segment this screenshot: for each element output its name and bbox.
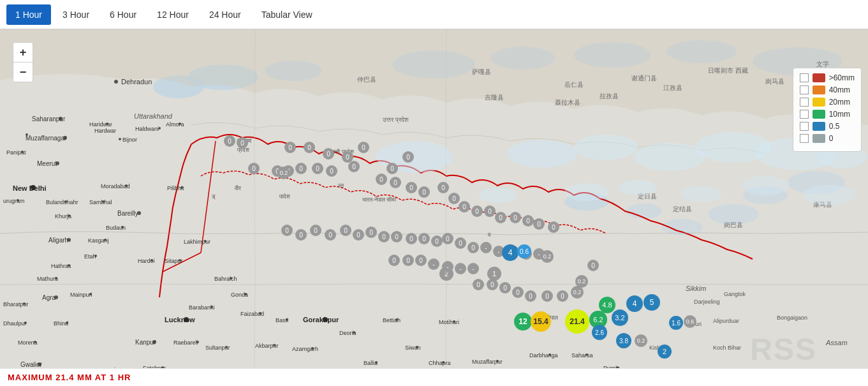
legend-checkbox-gt60[interactable] (800, 73, 809, 82)
rain-marker[interactable]: 0 (304, 142, 315, 153)
legend-checkbox-10mm[interactable] (800, 110, 809, 119)
rain-marker[interactable]: 0.6 (517, 244, 531, 258)
rain-marker[interactable]: 0 (365, 226, 377, 238)
legend-checkbox-40mm[interactable] (800, 85, 809, 94)
legend-checkbox-20mm[interactable] (800, 98, 809, 107)
tab-tabular[interactable]: Tabular View (253, 4, 321, 25)
rain-marker[interactable]: 0 (495, 212, 506, 223)
rain-marker[interactable]: 1.6 (669, 316, 683, 330)
tab-3hr[interactable]: 3 Hour (54, 4, 98, 25)
rain-marker[interactable]: 0 (391, 231, 402, 242)
rain-marker[interactable]: 0 (467, 242, 479, 253)
rain-marker[interactable]: 0.2 (277, 167, 290, 179)
rain-marker[interactable]: 0 (484, 205, 496, 217)
rain-marker[interactable]: 0 (541, 290, 553, 302)
rain-marker[interactable]: 0 (348, 161, 360, 172)
rain-marker[interactable]: 0.2 (575, 275, 588, 288)
rain-marker[interactable]: 0 (587, 260, 599, 271)
rain-marker[interactable]: - (428, 258, 439, 270)
rain-marker[interactable]: 0 (402, 151, 414, 163)
rain-marker[interactable]: 0 (510, 212, 521, 223)
rain-marker[interactable]: 0 (390, 177, 401, 188)
rain-marker[interactable]: 15.4 (531, 311, 551, 332)
rain-marker[interactable]: 0 (533, 218, 545, 230)
rain-marker[interactable]: 2.6 (592, 325, 607, 340)
rain-marker[interactable]: 2 (658, 345, 672, 359)
rain-marker-max[interactable]: 21.4 (565, 309, 589, 334)
rain-marker[interactable]: 12 (514, 313, 532, 330)
svg-text:Koch Bihar: Koch Bihar (713, 345, 741, 351)
rain-marker[interactable]: 0 (386, 163, 398, 174)
svg-text:Khurja: Khurja (55, 213, 71, 219)
rain-marker[interactable]: 0 (557, 290, 568, 302)
rain-marker[interactable]: 0 (512, 286, 524, 298)
rain-marker[interactable]: 0 (431, 235, 443, 247)
rain-marker[interactable]: 0 (248, 163, 260, 174)
rain-marker[interactable]: 0 (548, 221, 559, 233)
rain-marker[interactable]: 0 (388, 255, 400, 266)
svg-text:岗巴县: 岗巴县 (724, 221, 743, 228)
svg-text:Deoria: Deoria (339, 330, 357, 336)
rain-marker[interactable]: 3.2 (612, 309, 628, 326)
rain-marker[interactable]: 0 (340, 225, 351, 236)
rain-marker[interactable]: 0 (525, 290, 536, 302)
rain-marker[interactable]: 0 (448, 193, 460, 204)
rain-marker[interactable]: 0 (281, 225, 293, 236)
rain-marker[interactable]: - (467, 263, 479, 274)
rain-marker[interactable]: 0 (310, 225, 321, 236)
rain-marker[interactable]: 0.2 (635, 334, 647, 347)
svg-text:Darjeeling: Darjeeling (694, 299, 720, 305)
rain-marker[interactable]: 4 (502, 244, 519, 261)
rain-marker[interactable]: 0 (418, 233, 430, 244)
zoom-out-button[interactable]: − (13, 63, 33, 82)
rain-marker[interactable]: 0 (406, 233, 417, 244)
rain-marker[interactable]: 0 (442, 233, 453, 244)
zoom-in-button[interactable]: + (13, 43, 33, 62)
tab-6hr[interactable]: 6 Hour (101, 4, 145, 25)
rain-marker[interactable]: 0 (326, 165, 337, 177)
rain-marker[interactable]: 0 (415, 255, 427, 266)
rain-marker[interactable]: 0 (312, 163, 323, 174)
rain-marker[interactable]: 0 (459, 201, 470, 212)
svg-text:Budaun: Budaun (106, 225, 126, 231)
rain-marker[interactable]: 0 (325, 229, 336, 241)
rain-marker[interactable]: - (442, 261, 453, 272)
rain-marker[interactable]: - (480, 242, 492, 253)
rain-marker[interactable]: 0 (284, 142, 296, 153)
svg-text:Ballia: Ballia (364, 360, 378, 366)
rain-marker[interactable]: 0 (522, 215, 534, 226)
rain-marker[interactable]: 0 (237, 137, 248, 149)
rain-marker[interactable]: 0 (224, 135, 235, 147)
legend-checkbox-0mm[interactable] (800, 134, 809, 143)
rain-marker[interactable]: 0 (471, 205, 483, 217)
rain-marker[interactable]: 5 (644, 294, 660, 311)
rain-marker[interactable]: 0.2 (541, 250, 554, 263)
tab-1hr[interactable]: 1 Hour (6, 4, 51, 25)
rain-marker[interactable]: 0 (378, 231, 390, 242)
rain-marker[interactable]: 0 (455, 237, 466, 249)
map-container[interactable]: Dehradun Uttarakhand Saharanpur Haridwar… (0, 29, 868, 386)
rain-marker[interactable]: 0 (295, 163, 307, 174)
rain-marker[interactable]: 0 (499, 282, 511, 293)
rain-marker[interactable]: 3.8 (616, 333, 631, 348)
svg-text:Pilibhit: Pilibhit (167, 185, 184, 191)
rain-marker[interactable]: 0 (295, 229, 307, 241)
rain-marker[interactable]: 0 (323, 148, 334, 160)
rain-marker[interactable]: 0 (402, 255, 414, 266)
rain-marker[interactable]: 4 (626, 295, 643, 312)
rain-marker[interactable]: 0.6 (684, 315, 696, 328)
rain-marker[interactable]: - (455, 263, 466, 274)
legend-checkbox-0_5mm[interactable] (800, 122, 809, 131)
rain-marker[interactable]: 0 (487, 279, 498, 290)
tab-12hr[interactable]: 12 Hour (148, 4, 198, 25)
rain-marker[interactable]: 0 (358, 142, 369, 153)
rain-marker[interactable]: 0 (353, 229, 364, 241)
rain-marker[interactable]: 0.2 (571, 286, 584, 299)
svg-text:Barabanki: Barabanki (189, 304, 215, 311)
rain-marker[interactable]: 0 (406, 182, 417, 193)
rain-marker[interactable]: 0 (473, 279, 484, 290)
tab-24hr[interactable]: 24 Hour (200, 4, 250, 25)
rain-marker[interactable]: 0 (376, 174, 387, 185)
rain-marker[interactable]: 0 (418, 186, 430, 198)
rain-marker[interactable]: 0 (438, 182, 449, 193)
